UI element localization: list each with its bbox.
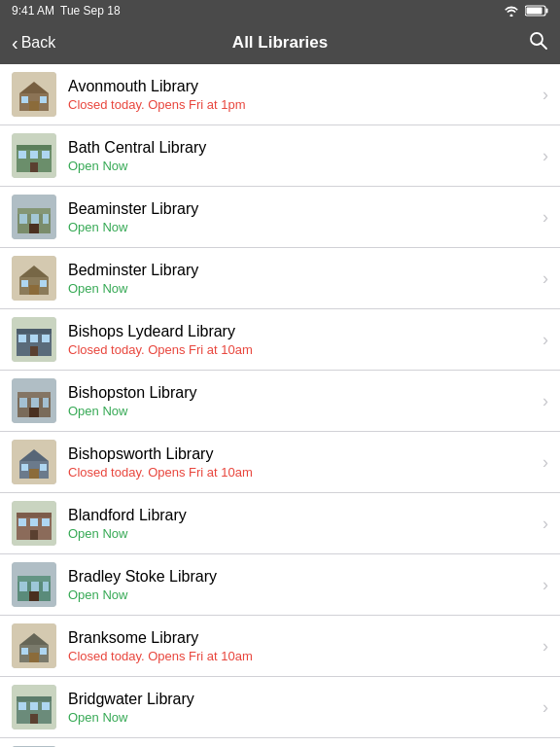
svg-rect-28	[29, 285, 39, 295]
library-status: Open Now	[68, 710, 535, 725]
chevron-right-icon: ›	[542, 391, 548, 411]
nav-bar: ‹ Back All Libraries	[0, 21, 560, 64]
library-info: Bath Central Library Open Now	[68, 139, 535, 173]
list-item[interactable]: Bishopsworth Library Closed today. Opens…	[0, 432, 560, 493]
chevron-right-icon: ›	[542, 697, 548, 718]
library-name: Avonmouth Library	[68, 78, 535, 95]
list-item[interactable]: Bedminster Library Open Now ›	[0, 248, 560, 309]
library-thumbnail	[12, 623, 56, 668]
library-name: Bedminster Library	[68, 262, 535, 279]
svg-rect-49	[21, 464, 28, 471]
svg-rect-33	[17, 329, 52, 334]
library-info: Branksome Library Closed today. Opens Fr…	[68, 629, 535, 663]
library-status: Open Now	[68, 526, 535, 541]
list-item[interactable]: Branksome Library Closed today. Opens Fr…	[0, 616, 560, 677]
library-thumbnail	[12, 317, 56, 362]
chevron-right-icon: ›	[542, 85, 548, 105]
svg-rect-68	[29, 653, 39, 662]
library-thumbnail	[12, 501, 56, 546]
search-icon	[529, 31, 548, 51]
status-bar-right	[504, 5, 548, 17]
list-item[interactable]: Bradley Stoke Library Open Now ›	[0, 554, 560, 616]
svg-rect-29	[21, 280, 28, 287]
battery-icon	[525, 5, 548, 17]
list-item[interactable]: Bath Central Library Open Now ›	[0, 125, 560, 187]
library-name: Bath Central Library	[68, 139, 535, 157]
list-item[interactable]: Bridport Library Closed today. Opens Fri…	[0, 738, 560, 747]
library-info: Bishops Lydeard Library Closed today. Op…	[68, 323, 535, 357]
svg-rect-35	[18, 335, 26, 342]
back-button[interactable]: ‹ Back	[12, 34, 55, 53]
svg-rect-70	[40, 648, 47, 655]
svg-rect-73	[17, 696, 52, 701]
svg-rect-41	[29, 408, 39, 417]
svg-rect-24	[43, 214, 49, 224]
svg-rect-40	[18, 392, 51, 398]
svg-rect-63	[31, 582, 39, 591]
svg-rect-20	[18, 208, 51, 214]
library-info: Blandford Library Open Now	[68, 507, 535, 541]
library-status: Closed today. Opens Fri at 10am	[68, 342, 535, 357]
status-bar: 9:41 AM Tue Sep 18	[0, 0, 560, 21]
library-name: Beaminster Library	[68, 200, 535, 218]
library-status: Closed today. Opens Fri at 10am	[68, 465, 535, 480]
library-status: Closed today. Opens Fri at 10am	[68, 649, 535, 663]
svg-rect-34	[30, 346, 38, 356]
library-thumbnail	[12, 562, 56, 607]
status-time: 9:41 AM	[12, 4, 54, 18]
svg-rect-23	[31, 214, 39, 224]
svg-rect-69	[21, 648, 28, 655]
svg-rect-50	[40, 464, 47, 471]
search-button[interactable]	[529, 31, 548, 55]
library-info: Bridgwater Library Open Now	[68, 691, 535, 725]
svg-rect-43	[31, 398, 39, 408]
list-item[interactable]: Blandford Library Open Now ›	[0, 493, 560, 554]
library-info: Bishopston Library Open Now	[68, 384, 535, 418]
list-item[interactable]: Beaminster Library Open Now ›	[0, 187, 560, 248]
svg-rect-56	[30, 518, 38, 526]
chevron-right-icon: ›	[542, 575, 548, 595]
chevron-right-icon: ›	[542, 636, 548, 657]
svg-rect-1	[546, 9, 548, 14]
svg-rect-13	[17, 145, 52, 150]
svg-rect-21	[29, 224, 39, 233]
library-info: Bedminster Library Open Now	[68, 262, 535, 296]
svg-rect-62	[19, 582, 27, 591]
svg-rect-16	[30, 151, 38, 159]
svg-rect-10	[40, 96, 47, 103]
library-status: Open Now	[68, 159, 535, 173]
list-item[interactable]: Bishopston Library Open Now ›	[0, 371, 560, 432]
library-thumbnail	[12, 133, 56, 178]
svg-rect-76	[30, 702, 38, 710]
svg-rect-57	[42, 518, 50, 526]
nav-title: All Libraries	[232, 33, 328, 53]
library-name: Bishopsworth Library	[68, 445, 535, 463]
svg-rect-44	[43, 398, 49, 408]
svg-rect-8	[29, 101, 39, 111]
svg-rect-30	[40, 280, 47, 287]
library-name: Branksome Library	[68, 629, 535, 647]
library-status: Open Now	[68, 281, 535, 296]
svg-rect-17	[42, 151, 50, 159]
chevron-right-icon: ›	[542, 514, 548, 534]
svg-rect-75	[18, 702, 26, 710]
svg-rect-48	[29, 469, 39, 479]
svg-rect-2	[527, 8, 542, 15]
library-info: Bradley Stoke Library Open Now	[68, 568, 535, 602]
list-item[interactable]: Avonmouth Library Closed today. Opens Fr…	[0, 64, 560, 125]
svg-rect-54	[30, 530, 38, 540]
chevron-right-icon: ›	[542, 146, 548, 166]
library-thumbnail	[12, 256, 56, 301]
svg-line-4	[542, 43, 547, 49]
library-status: Closed today. Opens Fri at 1pm	[68, 97, 535, 112]
library-status: Open Now	[68, 220, 535, 234]
list-item[interactable]: Bishops Lydeard Library Closed today. Op…	[0, 309, 560, 371]
library-thumbnail	[12, 685, 56, 729]
back-label: Back	[21, 34, 56, 52]
list-item[interactable]: Bridgwater Library Open Now ›	[0, 677, 560, 738]
svg-rect-74	[30, 714, 38, 724]
svg-rect-53	[17, 513, 52, 517]
svg-rect-14	[30, 162, 38, 172]
svg-rect-37	[42, 335, 50, 342]
svg-rect-22	[19, 214, 27, 224]
